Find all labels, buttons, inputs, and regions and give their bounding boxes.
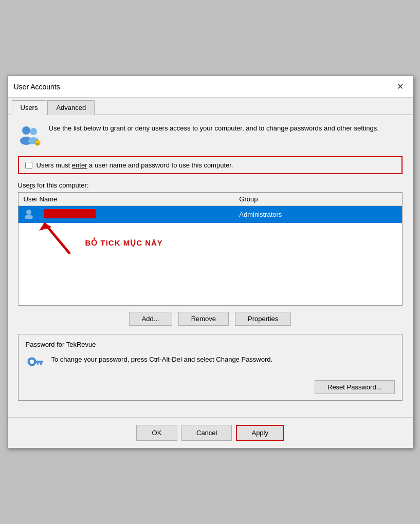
dialog-title: User Accounts bbox=[14, 83, 60, 91]
tab-advanced[interactable]: Advanced bbox=[47, 100, 95, 115]
user-accounts-dialog: User Accounts ✕ Users Advanced Use the l… bbox=[7, 76, 413, 448]
apply-button[interactable]: Apply bbox=[236, 425, 284, 441]
user-action-buttons: Add... Remove Properties bbox=[18, 312, 403, 326]
svg-rect-12 bbox=[35, 361, 43, 363]
footer: OK Cancel Apply bbox=[8, 417, 413, 448]
password-section-label: Password for TekRevue bbox=[26, 341, 395, 348]
title-bar: User Accounts ✕ bbox=[8, 76, 413, 98]
tabs-container: Users Advanced bbox=[8, 98, 413, 115]
info-text: Use the list below to grant or deny user… bbox=[49, 123, 379, 134]
empty-row bbox=[19, 274, 402, 305]
svg-point-11 bbox=[30, 360, 34, 364]
close-button[interactable]: ✕ bbox=[394, 81, 407, 93]
info-row: Use the list below to grant or deny user… bbox=[18, 123, 403, 148]
svg-point-2 bbox=[30, 128, 37, 135]
checkbox-label: Users must enter a user name and passwor… bbox=[36, 161, 233, 169]
col-username: User Name bbox=[19, 193, 234, 206]
svg-rect-14 bbox=[37, 363, 39, 365]
password-text: To change your password, press Ctrl-Alt-… bbox=[51, 354, 273, 365]
add-button[interactable]: Add... bbox=[129, 312, 172, 326]
cancel-button[interactable]: Cancel bbox=[181, 425, 232, 441]
svg-rect-5 bbox=[36, 143, 39, 145]
user-table: User Name Group bbox=[19, 193, 402, 305]
annotation-row: BỎ TICK MỤC NÀY bbox=[19, 223, 402, 274]
password-checkbox-row: Users must enter a user name and passwor… bbox=[18, 156, 403, 174]
reset-password-btn-row: Reset Password... bbox=[26, 380, 395, 394]
user-table-wrapper: User Name Group bbox=[18, 192, 403, 306]
ok-button[interactable]: OK bbox=[136, 425, 177, 441]
tab-users[interactable]: Users bbox=[12, 100, 47, 115]
password-section: Password for TekRevue To change your pas… bbox=[18, 334, 403, 401]
properties-button[interactable]: Properties bbox=[235, 312, 291, 326]
col-group: Group bbox=[234, 193, 401, 206]
password-info-row: To change your password, press Ctrl-Alt-… bbox=[26, 354, 395, 374]
main-content: Use the list below to grant or deny user… bbox=[8, 115, 413, 417]
svg-rect-13 bbox=[40, 363, 42, 365]
annotation-text: BỎ TICK MỤC NÀY bbox=[85, 238, 163, 248]
users-icon bbox=[18, 123, 43, 148]
svg-point-0 bbox=[22, 126, 30, 135]
password-required-checkbox[interactable] bbox=[25, 162, 32, 169]
users-section-label: Users for this computer: bbox=[18, 181, 403, 189]
reset-password-button[interactable]: Reset Password... bbox=[315, 380, 395, 394]
remove-button[interactable]: Remove bbox=[178, 312, 229, 326]
arrow-annotation-svg bbox=[29, 213, 90, 259]
user-group-cell: Administrators bbox=[234, 206, 401, 223]
key-icon bbox=[26, 354, 45, 374]
